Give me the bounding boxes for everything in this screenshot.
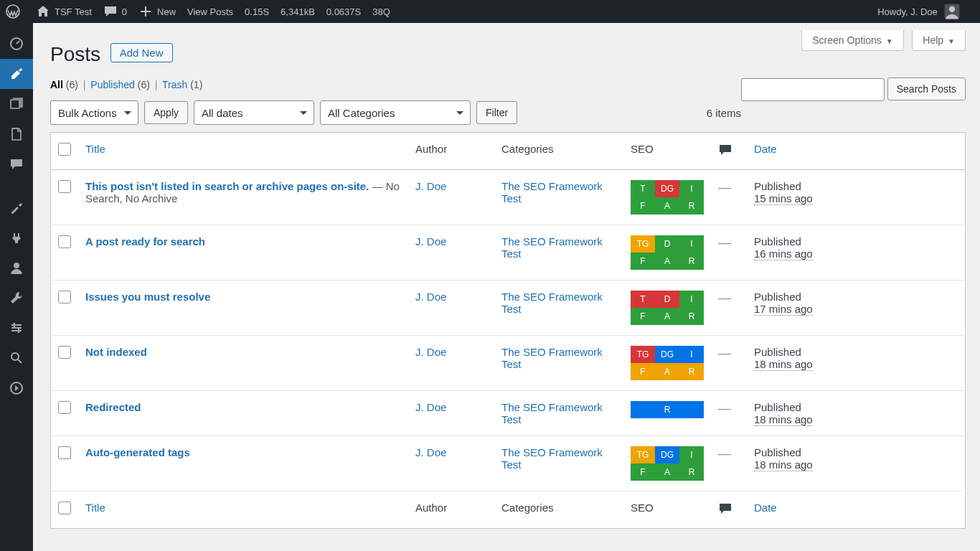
- search-button[interactable]: Search Posts: [887, 77, 966, 100]
- menu-pages[interactable]: [0, 119, 33, 149]
- table-row: Not indexedJ. DoeThe SEO Framework TestT…: [51, 336, 966, 391]
- seo-pill: R: [631, 401, 704, 418]
- seo-pill: DG: [655, 446, 679, 463]
- add-new-button[interactable]: Add New: [110, 43, 173, 62]
- site-name: TSF Test: [55, 6, 92, 17]
- seo-pill: R: [679, 308, 704, 325]
- comments-link[interactable]: 0: [98, 0, 133, 23]
- menu-collapse[interactable]: [0, 373, 33, 403]
- menu-dashboard[interactable]: [0, 29, 33, 59]
- category-link[interactable]: The SEO Framework Test: [501, 180, 603, 204]
- post-date: 18 mins ago: [754, 458, 813, 471]
- select-all-bottom[interactable]: [58, 501, 71, 514]
- wp-logo[interactable]: [0, 0, 30, 23]
- seo-bar: TDGIFAR: [631, 180, 704, 215]
- filter-all[interactable]: All: [50, 79, 63, 90]
- screen-options-tab[interactable]: Screen Options▼: [801, 30, 903, 51]
- row-checkbox[interactable]: [58, 180, 71, 193]
- author-link[interactable]: J. Doe: [415, 401, 446, 413]
- filter-button[interactable]: Filter: [476, 101, 517, 124]
- seo-pill: DG: [655, 346, 679, 363]
- bulk-actions-select[interactable]: Bulk Actions: [50, 100, 138, 125]
- post-date: 18 mins ago: [754, 413, 813, 426]
- col-title[interactable]: Title: [85, 143, 105, 155]
- date-filter-select[interactable]: All dates: [194, 100, 314, 125]
- menu-posts[interactable]: [0, 59, 33, 89]
- menu-media[interactable]: [0, 89, 33, 119]
- col-author: Author: [408, 133, 494, 170]
- seo-pill: A: [655, 253, 679, 270]
- author-link[interactable]: J. Doe: [415, 180, 446, 192]
- category-link[interactable]: The SEO Framework Test: [501, 446, 603, 471]
- debug-stat-1[interactable]: 6,341kB: [275, 0, 321, 23]
- post-title-link[interactable]: A post ready for search: [85, 235, 205, 248]
- category-link[interactable]: The SEO Framework Test: [501, 291, 603, 315]
- new-content[interactable]: New: [133, 0, 182, 23]
- menu-tools[interactable]: [0, 283, 33, 313]
- admin-menu: [0, 23, 33, 543]
- row-checkbox[interactable]: [58, 235, 71, 248]
- view-posts[interactable]: View Posts: [182, 0, 239, 23]
- page-title: Posts: [50, 43, 100, 66]
- seo-pill: R: [679, 253, 704, 270]
- col-comments-foot: [711, 491, 747, 529]
- search-input[interactable]: [741, 78, 885, 101]
- seo-pill: F: [631, 253, 655, 270]
- menu-comments[interactable]: [0, 149, 33, 179]
- seo-pill: I: [679, 346, 704, 363]
- menu-settings[interactable]: [0, 313, 33, 343]
- col-seo: SEO: [623, 133, 711, 170]
- col-title-foot[interactable]: Title: [85, 501, 105, 514]
- col-comments: [711, 133, 747, 170]
- menu-appearance[interactable]: [0, 192, 33, 222]
- seo-pill: I: [679, 235, 704, 253]
- menu-search[interactable]: [0, 343, 33, 373]
- apply-button[interactable]: Apply: [144, 101, 188, 124]
- debug-stat-0[interactable]: 0.15S: [239, 0, 275, 23]
- post-title-link[interactable]: Issues you must resolve: [85, 291, 210, 303]
- filter-trash[interactable]: Trash: [162, 79, 187, 90]
- author-link[interactable]: J. Doe: [415, 235, 446, 248]
- row-checkbox[interactable]: [58, 291, 71, 303]
- category-link[interactable]: The SEO Framework Test: [501, 235, 603, 260]
- filter-published[interactable]: Published: [90, 79, 135, 90]
- category-link[interactable]: The SEO Framework Test: [501, 346, 603, 370]
- debug-stat-3[interactable]: 38Q: [367, 0, 396, 23]
- post-title-link[interactable]: Not indexed: [85, 346, 147, 358]
- post-title-link[interactable]: This post isn't listed in search or arch…: [85, 180, 369, 192]
- help-tab[interactable]: Help▼: [912, 30, 966, 51]
- select-all-top[interactable]: [58, 143, 71, 156]
- table-row: Auto-generated tagsJ. DoeThe SEO Framewo…: [51, 436, 966, 491]
- row-checkbox[interactable]: [58, 446, 71, 459]
- seo-pill: T: [631, 291, 655, 308]
- svg-point-2: [949, 6, 955, 12]
- seo-pill: DG: [655, 180, 679, 197]
- menu-users[interactable]: [0, 253, 33, 283]
- comments-count: —: [718, 291, 731, 305]
- author-link[interactable]: J. Doe: [415, 291, 446, 303]
- post-title-link[interactable]: Redirected: [85, 401, 141, 413]
- author-link[interactable]: J. Doe: [415, 346, 446, 358]
- post-status: Published: [754, 291, 801, 303]
- post-title-link[interactable]: Auto-generated tags: [85, 446, 190, 458]
- table-row: A post ready for searchJ. DoeThe SEO Fra…: [51, 225, 966, 281]
- comments-count: —: [718, 401, 731, 415]
- debug-stat-2[interactable]: 0.0637S: [321, 0, 367, 23]
- category-filter-select[interactable]: All Categories: [320, 100, 471, 125]
- seo-pill: R: [679, 363, 704, 380]
- post-status: Published: [754, 346, 801, 358]
- category-link[interactable]: The SEO Framework Test: [501, 401, 603, 425]
- comments-count: —: [718, 180, 731, 194]
- col-date-foot[interactable]: Date: [754, 501, 777, 514]
- seo-pill: T: [631, 180, 655, 197]
- site-link[interactable]: TSF Test: [30, 0, 98, 23]
- author-link[interactable]: J. Doe: [415, 446, 446, 458]
- menu-plugins[interactable]: [0, 222, 33, 253]
- my-account[interactable]: Howdy, J. Doe: [872, 0, 971, 23]
- comments-count: —: [718, 235, 731, 250]
- seo-pill: R: [679, 463, 704, 481]
- seo-pill: F: [631, 363, 655, 380]
- row-checkbox[interactable]: [58, 346, 71, 359]
- row-checkbox[interactable]: [58, 401, 71, 414]
- col-date[interactable]: Date: [754, 143, 777, 155]
